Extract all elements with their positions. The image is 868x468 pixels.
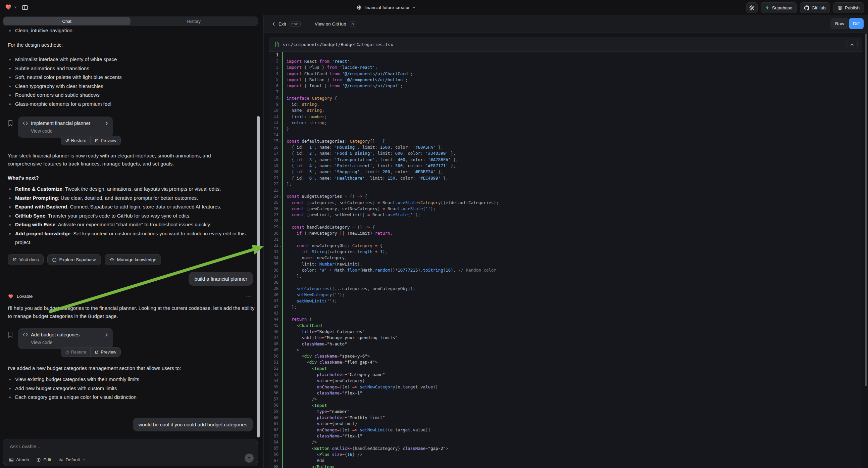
- code-line: 36 color: '#' + Math.floor(Math.random()…: [269, 267, 862, 273]
- project-menu[interactable]: financial-future-creator: [356, 3, 416, 12]
- code-scrollbar-thumb[interactable]: [865, 34, 867, 386]
- top-bar: financial-future-creator: [0, 0, 868, 15]
- code-line: 58 <Input: [269, 402, 862, 408]
- code-line: 12 color: string;: [269, 119, 862, 125]
- line-number: 38: [269, 280, 278, 285]
- file-header-bar[interactable]: src/components/budget/BudgetCategories.t…: [269, 37, 862, 52]
- fold-toggle-icon[interactable]: ⌄: [278, 97, 282, 100]
- exit-button[interactable]: Exit ESC: [272, 15, 301, 33]
- fold-toggle-icon[interactable]: ⌄: [278, 244, 282, 247]
- restore-icon: ↺: [65, 138, 69, 143]
- file-path: src/components/budget/BudgetCategories.t…: [283, 42, 393, 47]
- code-text: <Input: [283, 366, 327, 371]
- code-text: const [newCategory, setNewCategory] = Re…: [283, 206, 435, 211]
- line-number: 2: [269, 59, 278, 63]
- line-number: 47: [269, 335, 278, 340]
- tab-history[interactable]: History: [130, 17, 258, 25]
- bookmark-icon[interactable]: [8, 120, 13, 126]
- settings-button[interactable]: [746, 2, 757, 13]
- exit-label: Exit: [278, 22, 286, 27]
- explore-supabase-button[interactable]: Explore Supabase: [47, 254, 101, 265]
- raw-toggle-button[interactable]: Raw: [830, 18, 849, 29]
- sidebar-toggle-button[interactable]: [20, 3, 30, 12]
- github-button[interactable]: GitHub: [800, 2, 830, 13]
- supabase-button[interactable]: Supabase: [761, 2, 797, 13]
- code-text: onChange={(e) => setNewLimit(e.target.va…: [283, 428, 431, 432]
- edit-button[interactable]: Edit: [36, 457, 51, 462]
- model-label: Default: [66, 457, 80, 462]
- code-line: 34 name: newCategory,: [269, 255, 862, 261]
- line-number: 11: [269, 114, 278, 119]
- line-number: 68: [269, 464, 278, 468]
- version-card-implement-financial-planner[interactable]: Implement financial planner View code: [18, 117, 113, 138]
- diff-added-bar: [282, 89, 283, 95]
- code-line: 19 { id: '4', name: 'Entertainment', lim…: [269, 163, 862, 169]
- line-number: 48: [269, 342, 278, 346]
- view-on-github-button[interactable]: View on GitHub G: [315, 15, 356, 33]
- chevron-right-icon: [105, 333, 108, 337]
- code-line: 30 if (!newCategory || !newLimit) return…: [269, 230, 862, 236]
- code-text: />: [283, 439, 317, 444]
- code-line: 55 onChange={(e) => setNewCategory(e.tar…: [269, 384, 862, 390]
- app-window: financial-future-creator: [0, 0, 868, 468]
- code-text: ];: [283, 182, 291, 187]
- restore-button[interactable]: ↺ Restore: [61, 348, 90, 356]
- code-text: className="flex-1": [283, 433, 362, 438]
- list-item: Add new budget categories with custom li…: [15, 384, 257, 393]
- code-text: limit: Number(newLimit),: [283, 262, 362, 267]
- line-number: 19: [269, 163, 278, 168]
- send-button[interactable]: [245, 454, 254, 463]
- code-editor[interactable]: 12import React from 'react';3import { Pl…: [269, 51, 862, 468]
- code-text: { id: '3', name: 'Transportation', limit…: [283, 157, 458, 162]
- line-number: 29: [269, 225, 278, 229]
- fold-toggle-icon[interactable]: ⌄: [278, 140, 282, 143]
- line-number: 17: [269, 151, 278, 156]
- line-number: 14: [269, 133, 278, 137]
- publish-label: Publish: [845, 5, 860, 10]
- code-text: const BudgetCategories = () => {: [283, 194, 367, 199]
- file-card: src/components/budget/BudgetCategories.t…: [269, 37, 862, 468]
- publish-button[interactable]: Publish: [833, 2, 864, 13]
- list-item: Soft, neutral color palette with light b…: [15, 73, 250, 82]
- chat-input[interactable]: [9, 443, 252, 455]
- code-text: return (: [283, 317, 312, 322]
- fold-toggle-icon[interactable]: ⌄: [278, 195, 282, 198]
- view-code-link[interactable]: View code: [31, 128, 108, 134]
- line-number: 24: [269, 194, 278, 199]
- code-line: 57 />: [269, 396, 862, 402]
- fold-toggle-icon[interactable]: ⌄: [278, 226, 282, 229]
- attach-button[interactable]: Attach: [9, 457, 29, 462]
- lovable-logo-icon[interactable]: [5, 4, 12, 10]
- code-text: id: String(categories.length + 1),: [283, 249, 388, 254]
- restore-label: Restore: [71, 350, 87, 354]
- message-menu-button[interactable]: ···: [246, 293, 252, 299]
- visit-docs-button[interactable]: Visit docs: [8, 254, 43, 265]
- tab-chat[interactable]: Chat: [3, 17, 130, 25]
- next-steps-list: Refine & Customize: Tweak the design, an…: [8, 185, 254, 247]
- restore-button[interactable]: ↺ Restore: [61, 136, 90, 145]
- logo-chevron-down-icon[interactable]: [14, 5, 17, 9]
- line-number: 40: [269, 292, 278, 297]
- diff-toggle-button[interactable]: Diff: [849, 18, 864, 29]
- bookmark-icon[interactable]: [8, 331, 13, 338]
- line-number: 5: [269, 77, 278, 82]
- line-number: 45: [269, 323, 278, 328]
- version-card-add-budget-categories[interactable]: Add budget categories View code: [18, 328, 113, 349]
- chat-scrollbar-thumb[interactable]: [257, 116, 260, 437]
- manage-knowledge-button[interactable]: Manage knowledge: [105, 254, 161, 265]
- code-text: };: [283, 304, 297, 310]
- code-icon: [23, 333, 28, 337]
- design-heading: For the design aesthetic:: [8, 41, 63, 49]
- code-text: placeholder="Category name": [283, 372, 385, 377]
- list-item: Subtle animations and transitions: [15, 64, 250, 73]
- collapse-file-button[interactable]: [846, 39, 858, 49]
- view-code-link[interactable]: View code: [31, 340, 108, 345]
- line-number: 67: [269, 458, 278, 463]
- model-select[interactable]: Default: [59, 457, 86, 462]
- code-text: subtitle="Manage your spending limits": [283, 335, 398, 340]
- code-icon: [23, 121, 28, 125]
- preview-button[interactable]: Preview: [90, 136, 120, 145]
- line-number: 12: [269, 120, 278, 125]
- line-number: 34: [269, 256, 278, 260]
- preview-button[interactable]: Preview: [90, 348, 120, 356]
